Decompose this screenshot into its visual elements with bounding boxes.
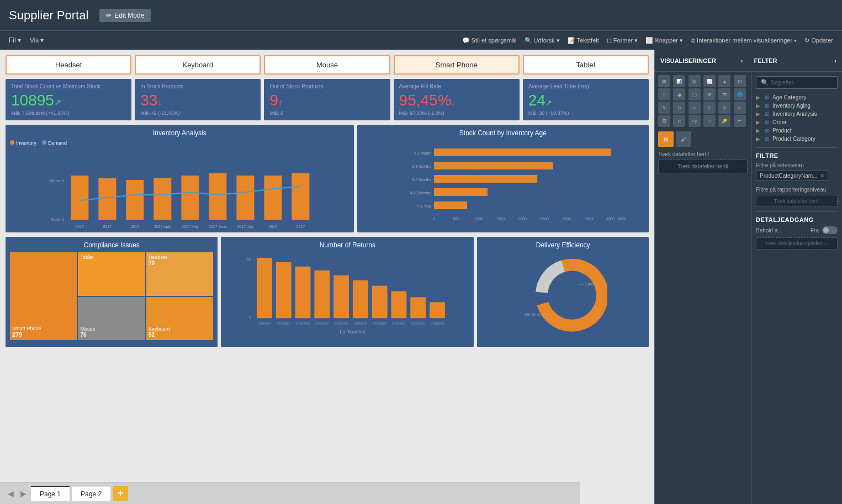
menu-knapper[interactable]: ⬜ Knapper ▾ <box>645 37 683 44</box>
viz-icon-slicer[interactable]: ≡ <box>734 102 746 114</box>
svg-text:February: February <box>99 229 115 230</box>
detail-toggle[interactable] <box>822 226 838 234</box>
product-btn-headset[interactable]: Headset <box>6 55 131 75</box>
tab-page1[interactable]: Page 1 <box>31 486 70 501</box>
detail-drop-zone[interactable]: Træk detaljeadgangsfelter ... <box>756 237 838 250</box>
kpi-total-stock-value: 10895↗ <box>11 92 126 109</box>
viz-icon-card[interactable]: ▭ <box>689 102 701 114</box>
viz-icon-globe[interactable]: 🌐 <box>734 88 746 100</box>
svg-text:2017 May: 2017 May <box>182 225 199 229</box>
product-btn-smartphone[interactable]: Smart Phone <box>394 55 520 75</box>
svg-text:CX00631: CX00631 <box>392 322 406 325</box>
svg-text:2017 July: 2017 July <box>237 225 253 229</box>
viz-icon-donut[interactable]: ◯ <box>689 88 701 100</box>
svg-rect-62 <box>257 258 272 318</box>
svg-text:50: 50 <box>247 257 252 262</box>
viz-icon-bar[interactable]: 📊 <box>673 75 685 87</box>
viz-icon-treemap[interactable]: ⊞ <box>703 88 716 100</box>
viz-icon-funnel[interactable]: ⊽ <box>658 102 670 114</box>
viz-icon-line[interactable]: 📈 <box>703 75 716 87</box>
filter-report-drop-zone[interactable]: Træk datafelter hertil <box>756 195 838 207</box>
viz-icon-100bar[interactable]: ▤ <box>689 75 701 87</box>
viz-icon-gauge[interactable]: ⊙ <box>673 102 685 114</box>
fields-drop-zone[interactable]: Træk datafelter hertil <box>658 160 748 173</box>
filter-item-product-category[interactable]: ▶ ⊞ Product Category <box>756 135 838 143</box>
svg-text:On time: On time <box>525 312 541 317</box>
kpi-in-stock-title: In Stock Products <box>140 83 255 89</box>
filter-page-level-label: Filtre på sideniveau <box>756 162 838 168</box>
viz-icon-image[interactable]: 🖼 <box>658 115 670 127</box>
svg-rect-10 <box>181 176 199 220</box>
filter-item-order[interactable]: ▶ ⊞ Order <box>756 118 838 126</box>
filter-item-inventory-analysis[interactable]: ▶ ⊞ Inventory Analysis <box>756 110 838 118</box>
filter-item-age-category[interactable]: ▶ ⊞ Age Category <box>756 93 838 102</box>
delivery-donut-svg: Late On time <box>519 252 607 341</box>
search-box[interactable]: 🔍 Søg efter <box>756 76 838 89</box>
detail-keep-label: Behold a... <box>756 227 782 234</box>
viz-icon-qna[interactable]: ? <box>703 115 716 127</box>
menu-vis[interactable]: Vis ▾ <box>30 36 44 44</box>
svg-text:CX00630: CX00630 <box>373 322 388 325</box>
donut-container: Late On time <box>481 252 644 340</box>
product-btn-tablet[interactable]: Tablet <box>523 55 649 75</box>
compliance-chart: Compliance Issues Smart Phone 279 Tablet… <box>6 237 218 347</box>
viz-icon-py[interactable]: Py <box>689 115 701 127</box>
menu-tekstfelt[interactable]: 📝 Tekstfelt <box>568 37 599 44</box>
menu-fil[interactable]: Fil ▾ <box>9 36 21 44</box>
menu-opdater[interactable]: ↻ Opdater <box>804 37 833 44</box>
filter-tag-container: ProductCategoryNam... ✕ <box>756 171 838 183</box>
viz-icon-scatter[interactable]: ⁙ <box>658 88 670 100</box>
svg-text:Late: Late <box>585 282 594 287</box>
svg-text:March: March <box>130 229 141 230</box>
viz-icon-table[interactable]: ⊟ <box>703 102 716 114</box>
viz-icon-map[interactable]: 🗺 <box>718 88 730 100</box>
charts-row1: Inventory Analysis Inventory Demand 10tu… <box>6 125 649 232</box>
viz-format-icon[interactable]: 🖌 <box>676 131 691 147</box>
svg-rect-14 <box>292 173 309 220</box>
viz-icon-pie[interactable]: ◕ <box>673 88 685 100</box>
tab-next-arrow[interactable]: ▶ <box>18 489 29 498</box>
viz-icon-matrix[interactable]: ⊞ <box>718 102 730 114</box>
svg-text:2017: 2017 <box>296 225 305 229</box>
filter-item-product[interactable]: ▶ ⊞ Product <box>756 126 838 135</box>
tab-page2[interactable]: Page 2 <box>72 486 110 501</box>
viz-icon-r[interactable]: R <box>673 115 685 127</box>
kpi-out-stock-title: Out of Stock Products <box>269 83 384 89</box>
menu-udforsk[interactable]: 🔍 Udforsk ▾ <box>525 37 560 44</box>
filter-item-inventory-aging[interactable]: ▶ ⊞ Inventory Aging <box>756 102 838 110</box>
fields-panel-btn[interactable]: FELTER › <box>749 50 843 71</box>
fields-drop-label: Træk datafelter hertil <box>658 151 748 157</box>
menu-sporgsmaal[interactable]: 💬 Stil et spørgsmål <box>462 37 517 44</box>
filter-tag-product-category[interactable]: ProductCategoryNam... ✕ <box>756 171 828 181</box>
viz-icon-stacked-bar[interactable]: ▦ <box>658 75 670 87</box>
product-btn-keyboard[interactable]: Keyboard <box>135 55 261 75</box>
filter-report-level-label: Filtre på rapporteringsniveau <box>756 187 838 193</box>
stock-count-title: Stock Count by Inventory Age <box>362 129 644 137</box>
svg-text:0: 0 <box>249 315 252 320</box>
svg-text:2017: 2017 <box>131 225 140 229</box>
edit-mode-button[interactable]: ✏ Edit Mode <box>99 9 151 22</box>
svg-text:10tusind: 10tusind <box>49 179 64 183</box>
app-title: Supplier Portal <box>9 8 88 23</box>
svg-text:1000: 1000 <box>474 217 483 221</box>
svg-text:CX00628: CX00628 <box>335 322 349 325</box>
svg-text:CX00629: CX00629 <box>354 322 368 325</box>
viz-icon-ribbon[interactable]: ⋈ <box>734 75 746 87</box>
tab-prev-arrow[interactable]: ◀ <box>6 489 16 498</box>
filter-tag-remove[interactable]: ✕ <box>820 173 824 179</box>
product-btn-mouse[interactable]: Mouse <box>264 55 390 75</box>
compliance-keyboard: Keyboard 52 <box>146 297 213 341</box>
viz-icon-decomp[interactable]: ⊢ <box>734 115 746 127</box>
menu-interaktioner[interactable]: ⧉ Interaktioner mellem visualiseringer ▾ <box>691 37 797 44</box>
delivery-chart: Delivery Efficiency Late On time <box>477 237 649 347</box>
svg-text:CX00632: CX00632 <box>411 322 426 325</box>
viz-icon-area[interactable]: ▲ <box>718 75 730 87</box>
svg-rect-8 <box>126 180 144 220</box>
viz-icon-key[interactable]: 🔑 <box>718 115 730 127</box>
filter-items-list: ▶ ⊞ Age Category ▶ ⊞ Inventory Aging ▶ ⊞… <box>756 93 838 143</box>
tab-add-button[interactable]: + <box>113 486 128 501</box>
viz-fields-icon[interactable]: ⊞ <box>658 131 674 147</box>
kpi-out-of-stock: Out of Stock Products 9↑ Mål: 0 <box>264 79 390 120</box>
menu-former[interactable]: ◻ Former ▾ <box>607 37 638 44</box>
visualizations-panel-btn[interactable]: VISUALISERINGER › <box>655 50 749 71</box>
